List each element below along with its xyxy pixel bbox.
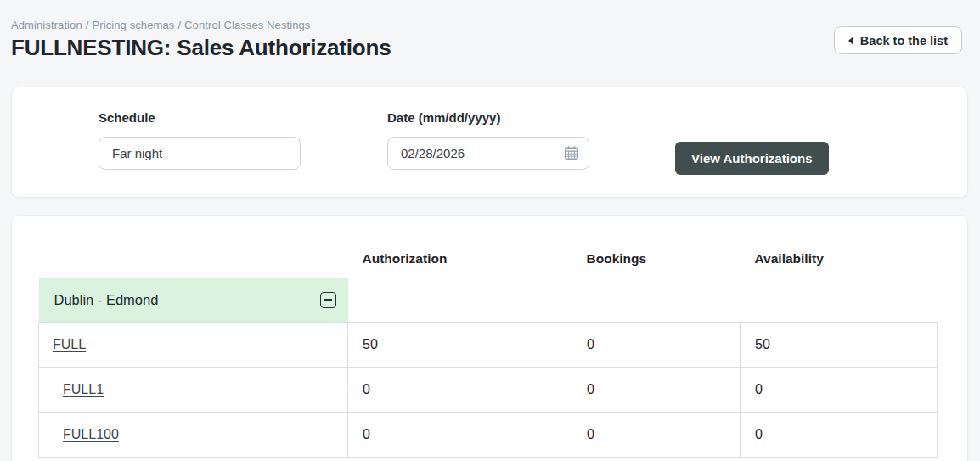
breadcrumb-control-classes-nestings[interactable]: Control Classes Nestings	[184, 19, 310, 31]
filter-panel: Schedule Date (mm/dd/yyyy)	[11, 87, 968, 198]
table-row-full100: FULL100 0 0 0	[39, 412, 938, 457]
authorizations-panel: Authorization Bookings Availability Dubl…	[11, 215, 968, 461]
back-to-list-button[interactable]: Back to the list	[834, 26, 962, 54]
group-row-dublin-edmond: Dublin - Edmond	[39, 278, 938, 322]
row-link-full100[interactable]: FULL100	[63, 427, 119, 441]
authorization-cell: 0	[348, 367, 572, 412]
column-header-bookings: Bookings	[572, 239, 741, 278]
row-name-cell: FULL100	[39, 412, 348, 457]
schedule-input[interactable]	[99, 137, 301, 170]
breadcrumb-separator: /	[177, 19, 181, 31]
bookings-cell: 0	[572, 322, 741, 367]
authorization-cell: 50	[348, 322, 572, 367]
group-cell: Dublin - Edmond	[39, 278, 348, 322]
breadcrumb-pricing-schemas[interactable]: Pricing schemas	[93, 19, 175, 31]
date-field: Date (mm/dd/yyyy)	[387, 110, 589, 170]
availability-cell: 0	[741, 412, 938, 457]
schedule-field: Schedule	[99, 110, 301, 170]
authorization-cell: 0	[348, 412, 572, 457]
bookings-cell: 0	[572, 412, 741, 457]
schedule-label: Schedule	[99, 110, 301, 125]
authorizations-table: Authorization Bookings Availability Dubl…	[38, 239, 938, 458]
date-input[interactable]	[387, 137, 589, 170]
row-link-full1[interactable]: FULL1	[63, 382, 104, 396]
back-to-list-label: Back to the list	[860, 34, 948, 48]
column-header-availability: Availability	[741, 239, 938, 278]
breadcrumb: Administration/Pricing schemas/Control C…	[11, 19, 968, 31]
view-authorizations-button[interactable]: View Authorizations	[675, 142, 829, 175]
table-header-row: Authorization Bookings Availability	[39, 239, 938, 278]
availability-cell: 0	[741, 367, 938, 412]
table-row-full1: FULL1 0 0 0	[39, 367, 938, 412]
date-label: Date (mm/dd/yyyy)	[387, 110, 589, 125]
row-name-cell: FULL	[39, 322, 348, 367]
calendar-icon[interactable]	[564, 145, 579, 164]
breadcrumb-administration[interactable]: Administration	[11, 19, 82, 31]
bookings-cell: 0	[572, 367, 741, 412]
breadcrumb-separator: /	[86, 19, 89, 31]
minus-line	[324, 299, 332, 301]
column-header-authorization: Authorization	[348, 239, 572, 278]
triangle-left-icon	[848, 37, 853, 45]
row-link-full[interactable]: FULL	[53, 337, 86, 351]
minus-square-icon[interactable]	[320, 292, 336, 308]
page: Administration/Pricing schemas/Control C…	[0, 0, 980, 461]
group-name: Dublin - Edmond	[54, 292, 159, 308]
page-title: FULLNESTING: Sales Authorizations	[11, 35, 968, 61]
table-row-full: FULL 50 0 50	[39, 322, 938, 367]
row-name-cell: FULL1	[39, 367, 348, 412]
column-header-empty	[39, 239, 348, 278]
availability-cell: 50	[741, 322, 938, 367]
